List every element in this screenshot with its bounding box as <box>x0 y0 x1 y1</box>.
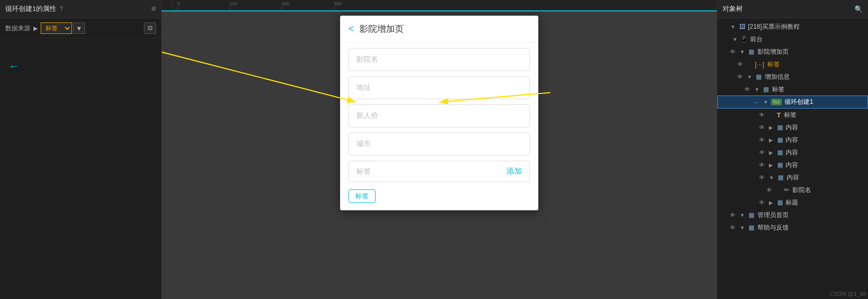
csdn-watermark: CSDN @1_bit <box>830 291 866 297</box>
neirong3-icon: ▦ <box>776 149 784 156</box>
tree-item-neirong1[interactable]: 👁 ▶ ▦ 内容 <box>717 121 868 134</box>
tree-item-biaoqian3[interactable]: 👁 T 标签 <box>717 109 868 121</box>
tree-label-neirong3: 内容 <box>786 148 865 157</box>
neirong4-icon: ▦ <box>776 161 784 169</box>
ruler-200: 200 <box>282 1 290 6</box>
eye-icon-visible: 👁 <box>737 74 745 80</box>
ruler-0: 0 <box>177 1 180 6</box>
data-source-row: 数据来源 ▶ 标签 ▼ ⧉ <box>0 18 161 39</box>
canvas-main: < 影院增加页 影院名 地址 新人价 城市 标签 添加 标签 <box>162 10 717 299</box>
ruler-300: 300 <box>334 1 342 6</box>
tree-label-guanliyuan: 管理员首页 <box>757 211 865 220</box>
horizontal-ruler: 0 100 200 300 <box>172 0 717 10</box>
tag-chip-label: 标签 <box>348 189 376 203</box>
mobile-preview: < 影院增加页 影院名 地址 新人价 城市 标签 添加 标签 <box>340 16 538 210</box>
tree-label-project: [218]买票示例教程 <box>748 22 865 31</box>
field-dizhi[interactable]: 地址 <box>348 76 530 99</box>
qiantai-icon: 📱 <box>740 35 749 43</box>
tree-item-neirong4[interactable]: 👁 ▶ ▦ 内容 <box>717 159 868 171</box>
canvas-with-ruler: 100 200 300 400 < 影院增加页 影院名 <box>162 10 717 299</box>
yingyuanzengjia-icon: ▦ <box>748 48 756 55</box>
tree-item-bangzhu[interactable]: 👁 ▼ ▦ 帮助与反馈 <box>717 221 868 234</box>
cyan-border-line <box>162 10 717 11</box>
tag-select[interactable]: 标签 <box>41 22 72 34</box>
eye-icon-visible: 👁 <box>759 112 767 118</box>
tree-item-qiantai[interactable]: ▼ 📱 前台 <box>717 33 868 45</box>
eye-icon-visible: 👁 <box>730 212 738 218</box>
tree-label-bangzhu: 帮助与反馈 <box>757 223 865 232</box>
tree-item-biaoqian1[interactable]: 👁 [···] 标签 <box>717 58 868 70</box>
tree-item-yingyuanzengjia[interactable]: 👁 ▼ ▦ 影院增加页 <box>717 45 868 58</box>
neirong5-icon: ▦ <box>777 174 785 181</box>
tree-item-zengjiaxxinxi[interactable]: 👁 ▼ ▦ 增加信息 <box>717 70 868 83</box>
tag-input-wrapper: 标签 ▼ <box>41 22 139 34</box>
dropdown-arrow[interactable]: ▼ <box>73 22 85 34</box>
search-button[interactable]: 🔍 <box>854 5 863 13</box>
edit-icon: ✏ <box>784 186 789 194</box>
tree-label-zengjia: 增加信息 <box>765 73 865 81</box>
zengjia-icon: ▦ <box>755 73 763 80</box>
tree-label-neirong1: 内容 <box>786 123 865 132</box>
tree-item-project[interactable]: ▼ 🖼 [218]买票示例教程 <box>717 20 868 33</box>
right-panel: 对象树 🔍 ▼ 🖼 [218]买票示例教程 ▼ 📱 前台 👁 ▼ <box>717 0 868 299</box>
tree-label-biaoqian2: 标签 <box>772 85 865 94</box>
add-button[interactable]: 添加 <box>507 166 522 176</box>
eye-icon-visible: 👁 <box>759 174 767 181</box>
neirong2-icon: ▦ <box>776 136 784 143</box>
field-yingyuanming[interactable]: 影院名 <box>348 48 530 71</box>
eye-icon-visible: 👁 <box>766 187 775 193</box>
right-panel-header: 对象树 🔍 <box>717 0 868 18</box>
left-panel: 循环创建1的属性 ? ≡ 数据来源 ▶ 标签 ▼ ⧉ ← <box>0 0 162 299</box>
eye-icon-visible: 👁 <box>730 224 738 231</box>
tag-input-row: 标签 添加 <box>348 161 530 182</box>
back-arrow[interactable]: < <box>348 23 354 34</box>
tree-label-qiantai: 前台 <box>750 35 865 44</box>
tree-item-neirong5[interactable]: 👁 ▼ ▦ 内容 <box>717 171 868 184</box>
tree-label-biaoqian1: 标签 <box>767 60 865 69</box>
biaoqian2-icon: ▦ <box>762 86 770 93</box>
eye-icon-visible: 👁 <box>744 86 753 92</box>
text-icon: T <box>777 111 781 119</box>
tree-item-guanliyuan[interactable]: 👁 ▼ ▦ 管理员首页 <box>717 209 868 221</box>
biaoqian4-icon: ▦ <box>776 199 784 206</box>
tree-item-biaoqian2[interactable]: 👁 ▼ ▦ 标签 <box>717 83 868 95</box>
tree-label-xunhuan: 循环创建1 <box>785 98 864 106</box>
tree-item-yingyuanming[interactable]: 👁 ✏ 影院名 <box>717 184 868 196</box>
tree-label-neirong5: 内容 <box>787 173 865 182</box>
help-icon[interactable]: ? <box>59 5 63 13</box>
panel-title-text: 循环创建1的属性 <box>5 4 56 14</box>
object-tree-title: 对象树 <box>722 4 743 14</box>
ruler-100: 100 <box>230 1 237 6</box>
copy-button[interactable]: ⧉ <box>144 22 156 34</box>
tree-label-yingyuanming: 影院名 <box>792 186 865 195</box>
for-badge: for <box>771 99 782 105</box>
tree-item-xunhuanchuanjian[interactable]: → ▼ for 循环创建1 <box>717 95 868 109</box>
menu-icon[interactable]: ≡ <box>151 4 156 14</box>
tree-label-biaoqian3: 标签 <box>784 111 865 119</box>
tree-item-biaoqian4[interactable]: 👁 ▶ ▦ 标题 <box>717 196 868 209</box>
left-panel-header: 循环创建1的属性 ? ≡ <box>0 0 161 18</box>
field-chengshi[interactable]: 城市 <box>348 133 530 156</box>
tree-label-biaoqian4: 标题 <box>786 198 865 207</box>
eye-icon-visible: 👁 <box>759 137 767 143</box>
tag-node-icon: [···] <box>755 61 764 68</box>
field-xinrenjia[interactable]: 新人价 <box>348 104 530 127</box>
svg-line-0 <box>162 52 356 102</box>
tree-item-neirong3[interactable]: 👁 ▶ ▦ 内容 <box>717 146 868 159</box>
mobile-body: 影院名 地址 新人价 城市 标签 添加 标签 <box>340 43 538 210</box>
tree-item-neirong2[interactable]: 👁 ▶ ▦ 内容 <box>717 134 868 146</box>
eye-icon-visible: 👁 <box>759 149 767 156</box>
eye-icon-visible: 👁 <box>759 199 767 206</box>
panel-title: 循环创建1的属性 ? <box>5 4 63 14</box>
mobile-header: < 影院增加页 <box>340 16 538 43</box>
data-source-label: 数据来源 <box>5 24 30 33</box>
tree-label-yingyuanzengjia: 影院增加页 <box>757 47 865 56</box>
eye-icon-visible: 👁 <box>759 124 767 130</box>
left-arrow-indicator: ← <box>8 59 20 73</box>
neirong1-icon: ▦ <box>776 124 784 131</box>
eye-icon-visible: 👁 <box>737 61 745 67</box>
tree-label-neirong4: 内容 <box>786 161 865 170</box>
mobile-page-title: 影院增加页 <box>359 23 404 35</box>
pointer-icon: ▶ <box>33 25 38 32</box>
guanliyuan-icon: ▦ <box>748 211 756 219</box>
